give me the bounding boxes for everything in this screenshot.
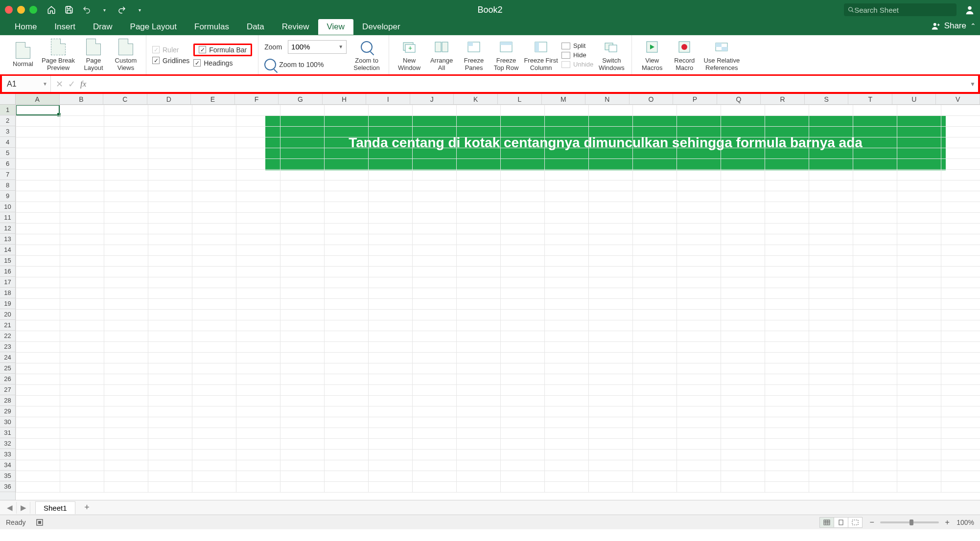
row-header-26[interactable]: 26 [0,374,15,384]
select-all-corner[interactable] [0,94,16,105]
column-header-G[interactable]: G [279,94,323,104]
column-header-U[interactable]: U [892,94,936,104]
zoom-out-button[interactable]: − [867,518,876,527]
zoom-to-100-button[interactable]: Zoom to 100% [264,59,347,70]
row-header-18[interactable]: 18 [0,288,15,298]
row-header-32[interactable]: 32 [0,438,15,449]
tab-developer[interactable]: Developer [353,19,409,35]
tab-page-layout[interactable]: Page Layout [121,19,186,35]
tab-home[interactable]: Home [6,19,46,35]
fx-icon[interactable]: fx [80,79,90,89]
column-header-P[interactable]: P [673,94,717,104]
user-profile-icon[interactable] [964,4,975,15]
row-header-35[interactable]: 35 [0,471,15,481]
row-header-10[interactable]: 10 [0,202,15,212]
row-headers[interactable]: 1234567891011121314151617181920212223242… [0,105,16,500]
sheet-tab-sheet1[interactable]: Sheet1 [35,501,75,514]
switch-windows-button[interactable]: Switch Windows [595,37,628,74]
save-icon[interactable] [64,4,74,15]
row-header-6[interactable]: 6 [0,158,15,169]
row-header-31[interactable]: 31 [0,428,15,438]
tab-data[interactable]: Data [238,19,273,35]
row-header-9[interactable]: 9 [0,191,15,202]
column-header-H[interactable]: H [323,94,367,104]
column-header-Q[interactable]: Q [717,94,761,104]
row-header-2[interactable]: 2 [0,115,15,126]
close-window-button[interactable] [5,6,13,14]
row-header-17[interactable]: 17 [0,277,15,288]
row-header-12[interactable]: 12 [0,223,15,234]
fullscreen-window-button[interactable] [29,6,37,14]
zoom-slider-track[interactable] [880,521,939,523]
row-header-15[interactable]: 15 [0,255,15,266]
search-input[interactable] [854,6,953,14]
zoom-slider[interactable]: − + [867,518,952,527]
row-header-21[interactable]: 21 [0,320,15,331]
row-header-27[interactable]: 27 [0,384,15,395]
column-headers[interactable]: ABCDEFGHIJKLMNOPQRSTUV [16,94,980,105]
tab-insert[interactable]: Insert [46,19,84,35]
column-header-J[interactable]: J [410,94,454,104]
expand-formula-bar-icon[interactable]: ▼ [967,81,978,88]
row-header-3[interactable]: 3 [0,126,15,137]
column-header-R[interactable]: R [761,94,805,104]
use-relative-references-button[interactable]: Use Relative References [700,37,743,74]
freeze-first-column-button[interactable]: Freeze First Column [522,37,560,74]
cells-area[interactable]: Tanda centang di kotak centangnya dimunc… [16,105,980,500]
page-layout-status-button[interactable] [834,517,848,528]
column-header-B[interactable]: B [60,94,104,104]
column-header-S[interactable]: S [805,94,849,104]
zoom-select[interactable]: 100%▼ [288,40,347,54]
arrange-all-button[interactable]: Arrange All [425,37,458,74]
row-header-24[interactable]: 24 [0,352,15,363]
home-icon[interactable] [46,4,57,15]
row-header-19[interactable]: 19 [0,298,15,309]
search-sheet-box[interactable] [844,3,957,16]
zoom-percentage[interactable]: 100% [957,518,974,526]
formula-bar-checkbox[interactable]: ✓Formula Bar [193,44,252,56]
record-macro-button[interactable]: Record Macro [668,37,700,74]
row-header-33[interactable]: 33 [0,449,15,460]
row-header-11[interactable]: 11 [0,212,15,223]
column-header-F[interactable]: F [235,94,279,104]
column-header-N[interactable]: N [585,94,630,104]
sheet-nav-prev[interactable]: ◀ [3,502,17,514]
collapse-ribbon-icon[interactable]: ⌃ [970,22,976,30]
column-header-C[interactable]: C [103,94,147,104]
column-header-T[interactable]: T [848,94,892,104]
page-break-status-button[interactable] [848,517,863,528]
hide-button[interactable]: Hide [561,51,593,59]
column-header-E[interactable]: E [191,94,235,104]
column-header-V[interactable]: V [936,94,980,104]
qat-customize-icon[interactable]: ▾ [134,4,145,15]
tab-view[interactable]: View [318,19,354,35]
share-button[interactable]: Share [944,21,966,31]
column-header-D[interactable]: D [147,94,191,104]
row-header-28[interactable]: 28 [0,395,15,406]
page-break-preview-button[interactable]: Page Break Preview [39,37,77,74]
redo-icon[interactable] [117,4,127,15]
row-header-25[interactable]: 25 [0,363,15,374]
undo-icon[interactable] [81,4,92,15]
add-sheet-button[interactable]: + [80,502,94,514]
normal-view-status-button[interactable] [819,517,834,528]
zoom-slider-thumb[interactable] [910,519,913,525]
new-window-button[interactable]: +New Window [393,37,425,74]
normal-view-button[interactable]: Normal [7,37,39,74]
freeze-top-row-button[interactable]: Freeze Top Row [490,37,522,74]
row-header-16[interactable]: 16 [0,266,15,277]
macro-record-status-icon[interactable] [35,518,44,527]
custom-views-button[interactable]: Custom Views [110,37,142,74]
row-header-23[interactable]: 23 [0,341,15,352]
page-layout-button[interactable]: Page Layout [77,37,110,74]
name-box[interactable]: A1▼ [2,76,51,92]
tab-draw[interactable]: Draw [84,19,121,35]
row-header-4[interactable]: 4 [0,137,15,148]
tab-formulas[interactable]: Formulas [186,19,238,35]
enter-formula-icon[interactable]: ✓ [68,79,75,90]
formula-input[interactable] [95,76,967,92]
split-button[interactable]: Split [561,42,593,49]
minimize-window-button[interactable] [17,6,25,14]
cancel-formula-icon[interactable]: ✕ [56,79,63,90]
undo-dropdown-icon[interactable]: ▾ [99,4,110,15]
